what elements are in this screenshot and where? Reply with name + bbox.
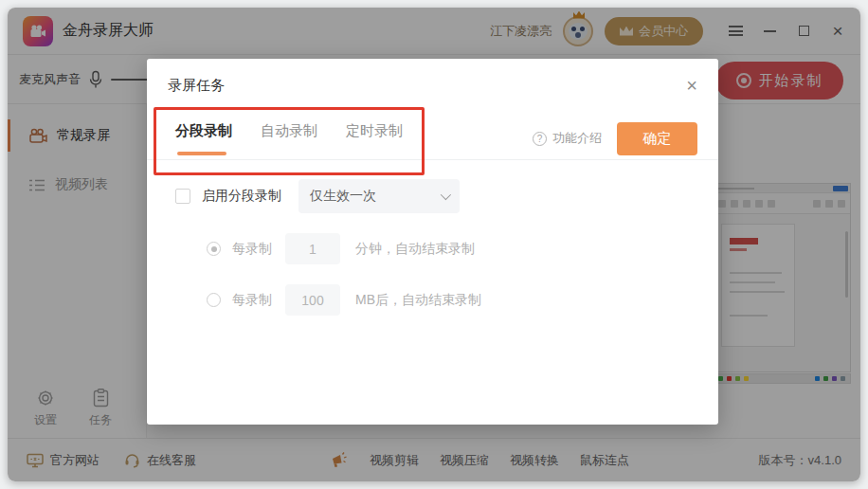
modal-tabs: 分段录制 自动录制 定时录制	[175, 122, 403, 155]
app-window: 金舟录屏大师 江下凌漂亮 会员中心 ×	[8, 8, 860, 481]
effect-mode-dropdown[interactable]: 仅生效一次	[298, 179, 460, 213]
size-value-input[interactable]	[285, 284, 340, 316]
minute-value-input[interactable]	[285, 233, 340, 264]
size-rule-radio[interactable]	[207, 293, 221, 307]
tab-auto-record[interactable]: 自动录制	[261, 122, 317, 155]
enable-segment-label: 启用分段录制	[202, 188, 281, 205]
chevron-down-icon	[441, 190, 451, 200]
minute-rule-radio[interactable]	[207, 242, 221, 256]
record-task-modal: 录屏任务 × 分段录制 自动录制 定时录制 ? 功能介绍 确定 启用分段录制	[147, 59, 718, 425]
modal-close-icon[interactable]: ×	[686, 76, 697, 95]
modal-title: 录屏任务	[168, 77, 225, 95]
enable-segment-checkbox[interactable]	[175, 189, 190, 204]
confirm-button[interactable]: 确定	[617, 122, 697, 155]
feature-intro-label: 功能介绍	[552, 130, 602, 147]
feature-intro-link[interactable]: ? 功能介绍	[533, 130, 602, 147]
dropdown-value: 仅生效一次	[310, 188, 376, 205]
tab-segment-record[interactable]: 分段录制	[175, 122, 232, 155]
question-circle-icon: ?	[533, 132, 547, 146]
tab-timed-record[interactable]: 定时录制	[346, 122, 403, 155]
